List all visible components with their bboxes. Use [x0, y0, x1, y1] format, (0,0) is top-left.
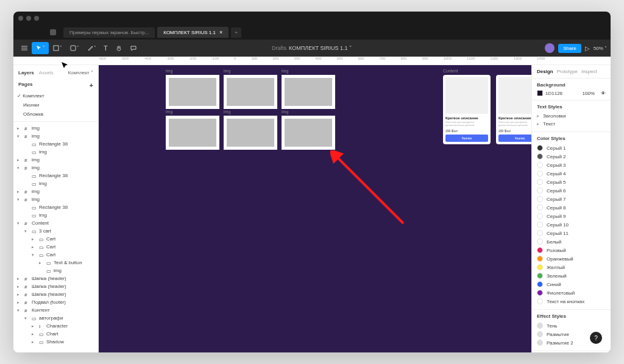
background-hex[interactable]: 1D1128 [545, 91, 562, 96]
img-frame[interactable] [282, 75, 335, 109]
frame-label[interactable]: img [166, 69, 172, 73]
layer-item[interactable]: ▸#Шапка (header) [13, 282, 98, 290]
comment-tool[interactable] [126, 42, 141, 54]
card-button[interactable]: Кнопка [445, 135, 488, 142]
hand-tool[interactable] [112, 42, 126, 54]
layer-item[interactable]: ▸#Подвал (footer) [13, 298, 98, 306]
color-style-item[interactable]: Серый 1 [537, 144, 606, 152]
page-item[interactable]: Обложка [13, 110, 98, 119]
effect-style-item[interactable]: Тень [537, 321, 606, 330]
layer-item[interactable]: ▾▭Cart [13, 251, 98, 259]
img-frame[interactable] [224, 116, 277, 150]
color-style-item[interactable]: Розовый [537, 246, 606, 254]
frame-label[interactable]: img [282, 110, 288, 114]
window-controls[interactable] [18, 16, 39, 21]
canvas[interactable]: img img img img img img Content Краткое … [99, 65, 531, 352]
user-avatar[interactable] [545, 43, 555, 53]
layer-item[interactable]: ▭img [13, 267, 98, 275]
file-tab-2[interactable]: КОМПЛЕКТ SIRIUS 1.1× [157, 27, 229, 38]
img-frame[interactable] [166, 75, 219, 109]
color-style-item[interactable]: Серый 3 [537, 161, 606, 169]
color-style-item[interactable]: Серый 4 [537, 169, 606, 178]
img-frame[interactable] [282, 116, 335, 150]
file-title[interactable]: Drafts КОМПЛЕКТ SIRIUS 1.1 ˅ [272, 45, 352, 51]
text-style-item[interactable]: ▸Текст [537, 120, 606, 128]
card-button[interactable]: Кнопка [498, 135, 531, 142]
layer-item[interactable]: ▸#Шапка (header) [13, 275, 98, 282]
layer-item[interactable]: ▾#img [13, 132, 98, 140]
frame-label[interactable]: img [166, 110, 172, 114]
layer-item[interactable]: ▸#Шапка (header) [13, 290, 98, 298]
color-style-item[interactable]: Серый 9 [537, 212, 606, 220]
color-style-item[interactable]: Оранжевый [537, 254, 606, 263]
img-frame[interactable] [224, 75, 277, 109]
text-tool[interactable]: T [100, 42, 112, 54]
layer-item[interactable]: ▸#img [13, 156, 98, 164]
layer-item[interactable]: ▸ICharacter [13, 322, 98, 330]
share-button[interactable]: Share [558, 44, 581, 53]
frame-tool[interactable]: ˅ [49, 42, 66, 54]
zoom-level[interactable]: 50% ˅ [594, 46, 607, 51]
design-tab[interactable]: Design [537, 69, 553, 74]
color-style-item[interactable]: Синий [537, 280, 606, 289]
frame-label[interactable]: img [224, 69, 230, 73]
color-style-item[interactable]: Белый [537, 237, 606, 246]
inspect-tab[interactable]: Inspect [581, 69, 597, 74]
layer-item[interactable]: ▭img [13, 211, 98, 219]
layer-item[interactable]: ▸▭Shadow [13, 338, 98, 346]
layer-item[interactable]: ▾#img [13, 195, 98, 203]
color-style-item[interactable]: Серый 11 [537, 229, 606, 237]
new-tab-button[interactable]: + [231, 27, 241, 38]
frame-label[interactable]: Content [443, 69, 458, 73]
layer-item[interactable]: ▭img [13, 180, 98, 187]
prototype-tab[interactable]: Prototype [557, 69, 578, 74]
layer-item[interactable]: ▸▭Cart [13, 235, 98, 243]
layer-item[interactable]: ▾#img [13, 164, 98, 172]
color-style-item[interactable]: Желтый [537, 263, 606, 271]
present-button[interactable]: ▷ [585, 45, 590, 52]
product-card[interactable]: Краткое описание Описание для раскрытия … [443, 75, 491, 144]
add-page-button[interactable]: + [90, 82, 93, 89]
file-tab-1[interactable]: Примеры первых экранов. Быстр... [63, 27, 155, 38]
color-style-item[interactable]: Текст на кнопках [537, 297, 606, 306]
background-opacity[interactable]: 100% [583, 91, 595, 96]
img-frame[interactable] [166, 116, 219, 150]
color-style-item[interactable]: Серый 10 [537, 220, 606, 229]
color-style-item[interactable]: Серый 8 [537, 203, 606, 212]
background-swatch[interactable] [537, 90, 543, 96]
color-style-item[interactable]: Фиолетовый [537, 289, 606, 297]
color-style-item[interactable]: Серый 6 [537, 186, 606, 195]
layer-item[interactable]: ▸▭Text & button [13, 259, 98, 267]
frame-label[interactable]: img [282, 69, 288, 73]
layers-tab[interactable]: Layers [18, 70, 34, 75]
page-item[interactable]: Комплект [13, 91, 98, 100]
layer-item[interactable]: ▾▭3 cart [13, 227, 98, 235]
layer-item[interactable]: ▾#Контент [13, 306, 98, 314]
pen-tool[interactable]: ˅ [83, 42, 100, 54]
layer-item[interactable]: ▸▭Chart [13, 330, 98, 338]
text-style-item[interactable]: ▸Заголовки [537, 112, 606, 120]
shape-tool[interactable]: ˅ [66, 42, 83, 54]
layer-item[interactable]: ▸▭Cart [13, 243, 98, 251]
menu-icon[interactable] [17, 42, 32, 54]
product-card[interactable]: Краткое описание Описание для раскрытия … [496, 75, 531, 144]
color-style-item[interactable]: Серый 5 [537, 178, 606, 186]
page-item[interactable]: Иконки [13, 100, 98, 110]
color-style-item[interactable]: Зеленый [537, 271, 606, 280]
layer-item[interactable]: ▭Rectangle 38 [13, 140, 98, 148]
help-button[interactable]: ? [590, 332, 602, 344]
layer-item[interactable]: ▭img [13, 148, 98, 156]
layer-item[interactable]: ▭Rectangle 38 [13, 203, 98, 211]
layer-item[interactable]: ▸#img [13, 124, 98, 132]
move-tool[interactable]: ˅ [32, 42, 49, 54]
color-style-item[interactable]: Серый 7 [537, 195, 606, 203]
color-style-item[interactable]: Серый 2 [537, 152, 606, 161]
page-selector[interactable]: Комплект ˅ [68, 70, 93, 75]
close-icon[interactable]: × [219, 29, 222, 35]
layer-item[interactable]: ▾▭автографи [13, 314, 98, 322]
layer-item[interactable]: ▾#Content [13, 219, 98, 227]
layer-item[interactable]: ▸#img [13, 187, 98, 195]
layer-item[interactable]: ▭Rectangle 38 [13, 172, 98, 180]
visibility-icon[interactable]: 👁 [601, 91, 606, 96]
assets-tab[interactable]: Assets [39, 70, 54, 75]
